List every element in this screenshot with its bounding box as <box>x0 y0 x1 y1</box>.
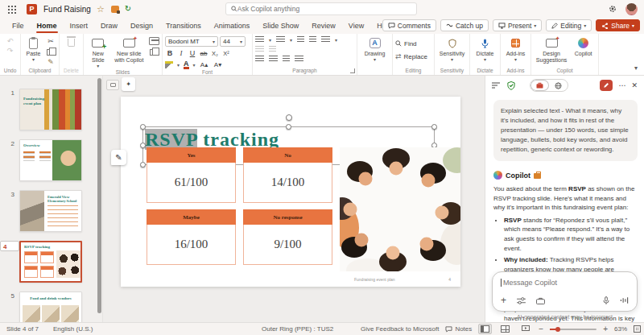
drawing-chevron[interactable]: ▾ <box>374 57 376 63</box>
present-button[interactable]: Present ▾ <box>493 19 542 31</box>
thumbnail-scrollbar[interactable] <box>97 78 101 313</box>
indent-increase-icon[interactable] <box>309 36 316 43</box>
tab-draw[interactable]: Draw <box>100 19 118 32</box>
editing-mode-button[interactable]: Editing ▾ <box>546 19 592 31</box>
replace-button[interactable]: Replace <box>395 52 431 61</box>
drawing-button[interactable]: Drawing ▾ <box>360 36 390 63</box>
tab-slide-show[interactable]: Slide Show <box>262 19 299 32</box>
copy-icon[interactable] <box>47 49 52 56</box>
numbering-icon[interactable] <box>276 36 285 43</box>
underline-button[interactable]: U <box>188 48 197 58</box>
align-left-icon[interactable] <box>255 56 264 63</box>
strikethrough-button[interactable]: ab <box>199 48 208 58</box>
catch-up-button[interactable]: Catch up <box>440 19 489 31</box>
resize-handle-ne[interactable] <box>431 124 437 130</box>
web-toggle-cell[interactable] <box>549 80 568 91</box>
share-button[interactable]: Share ▾ <box>596 19 640 31</box>
add-content-icon[interactable] <box>501 296 506 305</box>
undo-button[interactable] <box>5 36 16 46</box>
font-name-select[interactable]: Bodoni MT▾ <box>165 36 218 47</box>
designer-sparkle-button[interactable] <box>122 77 135 91</box>
children-circle-photo[interactable] <box>340 147 460 271</box>
share-dropdown-chevron[interactable]: ▾ <box>632 23 634 28</box>
layout-icon[interactable] <box>149 37 159 45</box>
copilot-search-box[interactable] <box>225 2 417 15</box>
sensitivity-label-icon[interactable] <box>111 6 119 13</box>
new-chat-button[interactable] <box>600 80 613 91</box>
duplicate-slide-icon[interactable] <box>150 49 155 56</box>
zoom-slider-knob[interactable] <box>555 327 560 332</box>
slide-sorter-button[interactable] <box>498 324 512 334</box>
zoom-slider[interactable] <box>550 329 597 330</box>
tab-insert[interactable]: Insert <box>69 19 89 32</box>
new-slide-button[interactable]: New Slide ▾ <box>86 36 110 69</box>
subscript-button[interactable]: X₂ <box>210 48 220 58</box>
resize-handle-sw[interactable] <box>140 162 146 168</box>
tune-options-icon[interactable] <box>517 297 526 304</box>
feedback-link[interactable]: Give Feedback to Microsoft <box>361 325 439 333</box>
slide-counter[interactable]: Slide 4 of 7 <box>6 325 39 333</box>
resize-handle-n[interactable] <box>286 124 291 130</box>
tab-home[interactable]: Home <box>36 19 58 32</box>
text-direction-icon[interactable] <box>269 46 276 53</box>
collapse-ribbon-chevron[interactable]: ▾ <box>628 64 644 75</box>
bold-button[interactable]: B <box>165 48 175 58</box>
dictate-chevron[interactable]: ▾ <box>484 57 486 63</box>
zoom-out-button[interactable]: − <box>539 325 543 333</box>
zoom-in-button[interactable]: + <box>603 325 608 333</box>
slide-thumbnail-5[interactable]: Food and drink vendors <box>19 292 82 322</box>
slideshow-button[interactable] <box>518 324 532 334</box>
table-cell-yes[interactable]: Yes 61/100 <box>147 147 236 203</box>
tab-design[interactable]: Design <box>130 19 154 32</box>
work-toggle-cell[interactable] <box>530 80 549 91</box>
comments-button[interactable]: Comments <box>382 19 436 31</box>
shield-check-icon[interactable] <box>507 81 515 90</box>
table-cell-no[interactable]: No 14/100 <box>243 147 332 203</box>
increase-font-icon[interactable]: A▴ <box>200 60 209 69</box>
mic-icon[interactable] <box>603 296 609 305</box>
copilot-message-input[interactable]: Message Copilot <box>492 271 638 312</box>
columns-icon[interactable] <box>255 46 264 53</box>
powerpoint-icon[interactable] <box>27 4 37 14</box>
superscript-button[interactable]: X² <box>221 48 231 58</box>
user-avatar[interactable] <box>625 3 638 15</box>
paragraph-dialog-launcher[interactable] <box>350 68 355 73</box>
bullets-icon[interactable] <box>255 36 264 43</box>
paste-dropdown-chevron[interactable]: ▾ <box>32 57 35 63</box>
dictate-button[interactable]: Dictate ▾ <box>473 36 497 63</box>
favorite-star-icon[interactable] <box>97 5 105 14</box>
highlight-color-icon[interactable] <box>165 61 173 68</box>
line-spacing-icon[interactable] <box>321 36 330 43</box>
normal-view-button[interactable] <box>478 324 492 334</box>
slide-canvas[interactable]: RSVP tracking Yes 61/100 No 1 <box>121 97 460 287</box>
format-painter-button[interactable] <box>45 57 56 67</box>
language-indicator[interactable]: English (U.S.) <box>53 325 93 333</box>
slide-thumbnail-4-selected[interactable]: RSVP tracking <box>19 241 82 283</box>
slide-thumbnail-2[interactable]: Overview <box>19 139 82 181</box>
tab-view[interactable]: View <box>348 19 365 32</box>
addins-button[interactable]: Add-ins ▾ <box>503 36 528 63</box>
paste-button[interactable]: Paste ▾ <box>23 36 43 63</box>
present-dropdown-chevron[interactable]: ▾ <box>534 23 536 28</box>
addins-chevron[interactable]: ▾ <box>514 57 517 63</box>
more-options-icon[interactable] <box>618 82 625 89</box>
decrease-font-icon[interactable]: A▾ <box>213 60 223 69</box>
tab-animations[interactable]: Animations <box>213 19 251 32</box>
tab-transitions[interactable]: Transitions <box>165 19 202 32</box>
voice-mode-icon[interactable] <box>620 296 629 304</box>
rsvp-table[interactable]: Yes 61/100 No 14/100 Maybe 16/100 No res… <box>147 147 332 265</box>
settings-gear-icon[interactable] <box>608 4 617 14</box>
new-slide-copilot-button[interactable]: New slide with Copilot <box>112 36 147 64</box>
align-right-icon[interactable] <box>283 56 290 63</box>
close-pane-icon[interactable] <box>631 82 638 89</box>
chat-history-icon[interactable] <box>492 82 501 89</box>
table-cell-maybe[interactable]: Maybe 16/100 <box>147 209 236 265</box>
editing-dropdown-chevron[interactable]: ▾ <box>584 23 586 28</box>
fit-to-window-icon[interactable] <box>634 325 641 333</box>
delete-button[interactable] <box>68 39 75 47</box>
zoom-level[interactable]: 63% <box>614 325 627 333</box>
font-size-select[interactable]: 44▾ <box>220 36 246 47</box>
save-status-icon[interactable] <box>125 5 131 13</box>
comment-anchor-button[interactable] <box>106 80 119 90</box>
table-cell-no-response[interactable]: No response 9/100 <box>243 209 332 265</box>
